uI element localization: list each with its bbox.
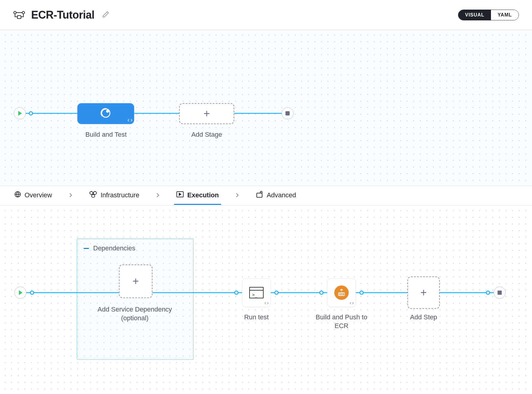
dependencies-header[interactable]: Dependencies — [84, 244, 135, 252]
add-dependency-label: Add Service Dependency (optional) — [87, 305, 183, 322]
execution-end-terminus[interactable] — [494, 287, 506, 299]
plus-icon: + — [420, 287, 427, 298]
run-test-in-port[interactable] — [234, 291, 238, 295]
flow-line-stages — [26, 113, 289, 114]
tab-advanced-label: Advanced — [267, 191, 296, 199]
terminal-icon — [249, 287, 264, 298]
add-step-box[interactable]: + — [407, 276, 440, 309]
execution-start-port[interactable] — [30, 291, 34, 295]
stages-end-terminus[interactable] — [282, 107, 294, 119]
stage-build-and-test[interactable] — [77, 103, 134, 124]
add-dependency-box[interactable]: + — [119, 264, 152, 298]
stop-icon — [498, 291, 502, 295]
add-stage-box[interactable]: + — [179, 103, 234, 124]
header-left: ECR-Tutorial — [13, 9, 111, 21]
code-badge-icon — [128, 118, 132, 123]
stages-canvas[interactable]: Build and Test + Add Stage — [0, 30, 532, 186]
stop-icon — [285, 111, 290, 115]
plus-icon: + — [203, 108, 210, 119]
tab-execution[interactable]: Execution — [174, 187, 221, 205]
tab-advanced[interactable]: Advanced — [253, 186, 298, 205]
infrastructure-icon — [89, 191, 97, 199]
execution-icon — [176, 191, 184, 199]
edit-icon[interactable] — [100, 9, 111, 21]
code-badge-icon — [265, 301, 269, 306]
step-run-test[interactable] — [242, 278, 271, 307]
advanced-icon — [256, 191, 263, 199]
execution-end-port[interactable] — [486, 291, 490, 295]
pipeline-title: ECR-Tutorial — [31, 9, 94, 21]
tab-execution-label: Execution — [187, 191, 219, 199]
dependencies-title: Dependencies — [93, 244, 135, 252]
step-build-push-ecr-label: Build and Push to ECR — [312, 313, 371, 330]
run-test-out-port[interactable] — [274, 291, 279, 295]
execution-canvas[interactable]: Dependencies + Add Service Dependency (o… — [0, 206, 532, 394]
ecr-in-port[interactable] — [319, 291, 324, 295]
step-run-test-label: Run test — [226, 313, 286, 322]
tab-infrastructure-label: Infrastructure — [101, 191, 140, 199]
svg-rect-2 — [17, 16, 21, 19]
view-toggle-visual[interactable]: VISUAL — [458, 10, 491, 20]
ecr-icon — [334, 285, 349, 300]
add-step-label: Add Step — [394, 313, 454, 322]
page-header: ECR-Tutorial VISUAL YAML — [0, 0, 532, 30]
ci-icon — [100, 107, 112, 120]
chevron-right-icon — [150, 193, 166, 199]
stages-start-terminus[interactable] — [14, 107, 26, 119]
svg-point-1 — [22, 11, 25, 14]
view-toggle: VISUAL YAML — [458, 10, 519, 20]
add-stage-label: Add Stage — [174, 131, 240, 139]
globe-icon — [14, 191, 21, 199]
svg-point-0 — [14, 11, 16, 14]
svg-point-4 — [106, 110, 109, 113]
stage-tabs: Overview Infrastructure Execution Advanc… — [0, 186, 532, 206]
tab-infrastructure[interactable]: Infrastructure — [87, 186, 142, 205]
plus-icon: + — [132, 276, 139, 287]
svg-rect-7 — [257, 193, 262, 197]
stage-build-and-test-label: Build and Test — [73, 131, 139, 139]
step-build-push-ecr[interactable] — [327, 278, 356, 307]
chevron-right-icon — [229, 193, 245, 199]
chevron-right-icon — [63, 193, 78, 199]
pipeline-icon — [13, 11, 25, 19]
code-badge-icon — [350, 301, 354, 306]
play-icon — [19, 290, 22, 295]
view-toggle-yaml[interactable]: YAML — [491, 10, 519, 20]
ecr-out-port[interactable] — [359, 291, 364, 295]
execution-start-terminus[interactable] — [14, 287, 26, 299]
play-icon — [18, 111, 22, 116]
dependencies-group[interactable]: Dependencies — [77, 239, 194, 360]
tab-overview[interactable]: Overview — [12, 186, 55, 205]
tab-overview-label: Overview — [25, 191, 52, 199]
stages-start-port[interactable] — [29, 111, 33, 115]
collapse-icon[interactable] — [84, 248, 89, 249]
